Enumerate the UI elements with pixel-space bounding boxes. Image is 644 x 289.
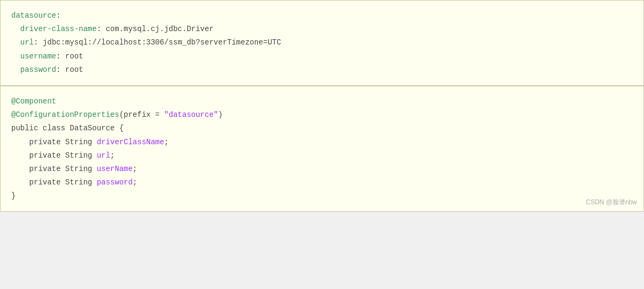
- code-token: username: [20, 52, 56, 61]
- code-token: private: [29, 178, 61, 187]
- code-line: username: root: [11, 50, 633, 63]
- code-token: [11, 52, 20, 61]
- code-token: password: [20, 65, 56, 74]
- code-line: datasource:: [11, 9, 633, 23]
- code-token: String: [60, 178, 96, 187]
- code-token: :: [56, 11, 60, 20]
- code-token: {: [115, 124, 124, 132]
- code-line: password: root: [11, 63, 633, 77]
- code-line: private String driverClassName;: [11, 136, 633, 149]
- code-line: driver-class-name: com.mysql.cj.jdbc.Dri…: [11, 23, 633, 36]
- code-line: private String userName;: [11, 162, 633, 176]
- code-token: [11, 178, 29, 187]
- code-token: private: [29, 138, 61, 146]
- code-token: url: [20, 38, 34, 47]
- code-token: [11, 38, 20, 47]
- code-line: url: jdbc:mysql://localhost:3306/ssm_db?…: [11, 36, 633, 49]
- code-line: private String password;: [11, 176, 633, 189]
- code-token: url: [97, 151, 110, 160]
- code-token: datasource: [11, 11, 56, 20]
- code-token: "datasource": [164, 110, 218, 119]
- code-line: public class DataSource {: [11, 122, 633, 135]
- code-token: password: [97, 178, 133, 187]
- code-token: ;: [110, 151, 115, 160]
- code-token: ;: [133, 178, 137, 187]
- code-token: [11, 65, 20, 74]
- code-token: : root: [56, 52, 83, 61]
- code-line: }: [11, 189, 633, 203]
- code-token: userName: [97, 165, 133, 173]
- code-line: @Component: [11, 95, 633, 108]
- code-line: @ConfigurationProperties(prefix = "datas…: [11, 108, 633, 122]
- code-token: String: [60, 151, 96, 160]
- code-token: : com.mysql.cj.jdbc.Driver: [97, 25, 214, 33]
- code-token: driver-class-name: [20, 25, 97, 33]
- code-token: [11, 165, 29, 173]
- code-token: public: [11, 124, 38, 132]
- code-token: ;: [164, 138, 169, 146]
- code-token: DataSource: [70, 124, 115, 132]
- code-token: private: [29, 151, 61, 160]
- code-token: [11, 25, 20, 33]
- code-token: class: [38, 124, 70, 132]
- code-token: private: [29, 165, 61, 173]
- code-line: private String url;: [11, 149, 633, 162]
- code-token: String: [60, 138, 96, 146]
- watermark: CSDN @脸谱nbw: [586, 198, 637, 207]
- yaml-code-block: datasource: driver-class-name: com.mysql…: [0, 0, 644, 86]
- code-token: ;: [133, 165, 137, 173]
- code-token: (prefix =: [119, 110, 164, 119]
- code-token: [11, 151, 29, 160]
- java-code-block: CSDN @脸谱nbw @Component@ConfigurationProp…: [0, 86, 644, 212]
- code-token: @ConfigurationProperties: [11, 110, 119, 119]
- code-token: }: [11, 191, 16, 200]
- code-token: : root: [56, 65, 83, 74]
- code-token: [11, 138, 29, 146]
- code-token: String: [60, 165, 96, 173]
- code-token: @Component: [11, 97, 56, 106]
- code-token: driverClassName: [97, 138, 164, 146]
- code-token: ): [218, 110, 222, 119]
- code-token: : jdbc:mysql://localhost:3306/ssm_db?ser…: [34, 38, 281, 47]
